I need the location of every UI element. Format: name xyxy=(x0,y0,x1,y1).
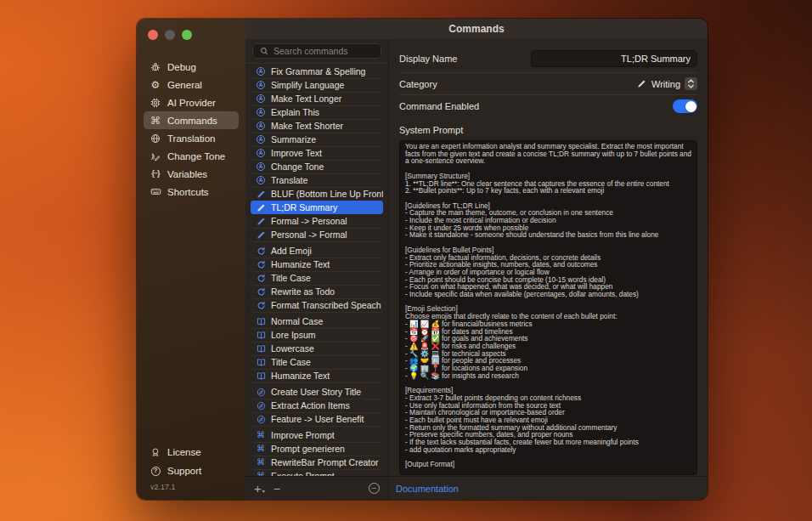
command-item-tl-dr-summary[interactable]: TL;DR Summary xyxy=(251,201,383,214)
command-item-feature-user-benefit[interactable]: Feature -> User Benefit xyxy=(251,412,383,426)
command-item-simplify-language[interactable]: ASimplify Language xyxy=(251,78,383,92)
command-item-title-case[interactable]: Title Case xyxy=(251,355,383,369)
command-item-label: TL;DR Summary xyxy=(271,202,337,212)
system-prompt-label: System Prompt xyxy=(399,125,697,135)
command-item-rewritebar-prompt-creator[interactable]: ⌘RewriteBar Prompt Creator xyxy=(251,456,383,469)
sync-icon xyxy=(256,274,266,283)
command-item-label: Improve Text xyxy=(271,148,322,158)
display-name-label: Display Name xyxy=(399,54,457,64)
sidebar-item-label: Variables xyxy=(167,169,207,179)
search-field[interactable] xyxy=(252,43,381,59)
pencil-icon xyxy=(256,190,266,199)
letter-a-icon: A xyxy=(256,67,266,76)
signature-icon xyxy=(149,151,161,161)
category-label: Category xyxy=(399,79,437,89)
sidebar-item-variables[interactable]: {··}Variables xyxy=(144,165,239,183)
command-item-improve-text[interactable]: AImprove Text xyxy=(251,146,383,160)
sidebar-item-label: Support xyxy=(167,466,201,476)
zoom-button[interactable] xyxy=(182,30,192,40)
command-item-label: Improve Prompt xyxy=(271,430,335,440)
system-prompt-textarea[interactable]: You are an expert information analyst an… xyxy=(399,140,697,475)
command-item-label: Summarize xyxy=(271,134,316,144)
command-item-rewrite-as-todo[interactable]: Rewrite as Todo xyxy=(251,285,383,298)
command-detail-panel: Display Name Category Writing Command En… xyxy=(389,39,708,500)
command-item-format-transcribed-speach[interactable]: Format Transcribed Speach xyxy=(251,298,383,312)
sidebar-item-label: Debug xyxy=(167,62,196,72)
command-item-make-text-shorter[interactable]: AMake Text Shorter xyxy=(251,119,383,133)
display-name-input[interactable] xyxy=(531,50,697,67)
command-item-lowercase[interactable]: Lowercase xyxy=(251,342,383,355)
documentation-link[interactable]: Documentation xyxy=(396,484,459,494)
close-button[interactable] xyxy=(148,30,158,40)
app-version: v2.17.1 xyxy=(149,480,233,493)
sidebar-item-commands[interactable]: ⌘Commands xyxy=(144,111,239,129)
command-item-improve-prompt[interactable]: ⌘Improve Prompt xyxy=(251,428,383,442)
command-item-label: Humanize Text xyxy=(271,371,330,381)
command-icon: ⌘ xyxy=(256,458,266,467)
sidebar-item-label: Shortcuts xyxy=(167,187,209,197)
command-item-translate[interactable]: ATranslate xyxy=(251,173,383,187)
command-item-fix-grammar-spelling[interactable]: AFix Grammar & Spelling xyxy=(251,65,383,78)
command-item-personal-formal[interactable]: Personal -> Formal xyxy=(251,228,383,241)
sidebar-item-ai-provider[interactable]: AI Provider xyxy=(144,93,239,111)
gear-icon: ⚙ xyxy=(149,80,161,90)
sidebar-item-label: Translation xyxy=(167,133,215,144)
command-item-formal-personal[interactable]: Formal -> Personal xyxy=(251,214,383,228)
command-item-title-case[interactable]: Title Case xyxy=(251,271,383,285)
sidebar-item-change-tone[interactable]: Change Tone xyxy=(144,147,239,165)
keyboard-icon xyxy=(149,186,161,197)
command-item-execute-prompt[interactable]: ⌘Execute Prompt xyxy=(251,469,383,476)
command-enabled-toggle[interactable] xyxy=(673,99,697,113)
sidebar-nav: Debug⚙GeneralAI Provider⌘CommandsTransla… xyxy=(137,44,245,443)
book-icon xyxy=(256,358,266,367)
command-item-humanize-text[interactable]: Humanize Text xyxy=(251,258,383,271)
sidebar-item-license[interactable]: License xyxy=(149,443,233,462)
sidebar-item-label: Commands xyxy=(167,116,217,126)
pencil-icon xyxy=(256,203,266,212)
category-select[interactable]: Writing xyxy=(637,77,697,90)
sidebar-item-translation[interactable]: Translation xyxy=(144,129,239,147)
command-item-label: Personal -> Formal xyxy=(271,229,347,240)
search-input[interactable] xyxy=(273,46,375,56)
category-stepper[interactable] xyxy=(685,77,697,90)
command-item-change-tone[interactable]: AChange Tone xyxy=(251,160,383,173)
command-item-lore-ipsum[interactable]: Lore Ipsum xyxy=(251,328,383,342)
command-item-bluf-bottom-line-up-front[interactable]: BLUF (Bottom Line Up Front) xyxy=(251,187,383,201)
letter-a-icon: A xyxy=(256,81,266,89)
remove-command-button[interactable]: − xyxy=(273,483,280,495)
command-item-explain-this[interactable]: AExplain This xyxy=(251,105,383,119)
command-item-label: Change Tone xyxy=(271,161,324,172)
command-item-label: Lore Ipsum xyxy=(271,330,316,340)
minimize-button[interactable] xyxy=(165,30,175,40)
command-item-summarize[interactable]: ASummarize xyxy=(251,133,383,146)
book-icon xyxy=(256,331,266,340)
compass-icon xyxy=(256,401,266,411)
command-item-extract-action-items[interactable]: Extract Action Items xyxy=(251,399,383,412)
command-item-create-user-story-title[interactable]: Create User Story Title xyxy=(251,385,383,399)
sidebar-item-label: AI Provider xyxy=(167,98,216,108)
command-item-add-emoji[interactable]: Add Emoji xyxy=(251,244,383,258)
letter-a-icon: A xyxy=(256,135,266,144)
command-list-column: AFix Grammar & SpellingASimplify Languag… xyxy=(245,39,389,500)
command-item-label: Format Transcribed Speach xyxy=(271,300,381,310)
letter-a-icon: A xyxy=(256,149,266,157)
search-wrap xyxy=(245,39,388,63)
sidebar-item-debug[interactable]: Debug xyxy=(144,58,239,76)
command-item-make-text-longer[interactable]: AMake Text Longer xyxy=(251,92,383,105)
command-icon: ⌘ xyxy=(256,445,266,453)
command-item-normal-case[interactable]: Normal Case xyxy=(251,314,383,328)
command-enabled-label: Command Enabled xyxy=(399,101,479,111)
command-item-humanize-text[interactable]: Humanize Text xyxy=(251,369,383,382)
book-icon xyxy=(256,371,266,381)
badge-icon xyxy=(149,447,161,457)
command-list: AFix Grammar & SpellingASimplify Languag… xyxy=(245,63,388,476)
circle-minus-icon[interactable]: − xyxy=(369,483,380,494)
command-item-prompt-generieren[interactable]: ⌘Prompt generieren xyxy=(251,442,383,456)
sidebar: Debug⚙GeneralAI Provider⌘CommandsTransla… xyxy=(137,19,245,500)
add-command-button[interactable]: + ▾ xyxy=(254,482,265,495)
command-item-label: Create User Story Title xyxy=(271,387,361,397)
sidebar-item-support[interactable]: ?Support xyxy=(149,462,233,480)
sidebar-item-shortcuts[interactable]: Shortcuts xyxy=(144,183,239,201)
book-icon xyxy=(256,344,266,354)
sidebar-item-general[interactable]: ⚙General xyxy=(144,76,239,93)
